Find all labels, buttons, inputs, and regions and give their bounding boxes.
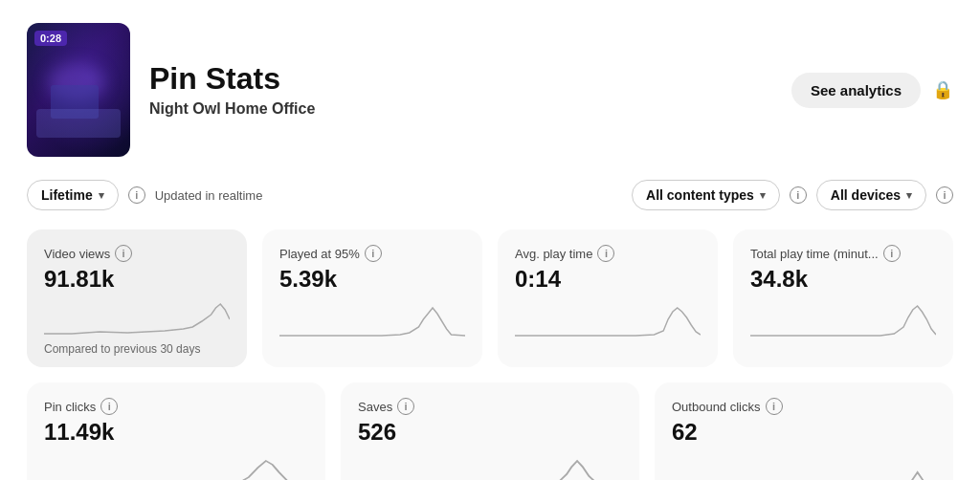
pin-thumbnail[interactable]: 0:28: [27, 23, 130, 157]
stat-label-b0: Pin clicks: [44, 400, 96, 414]
stat-label-row-2: Avg. play time i: [515, 245, 701, 262]
stat-label-row-1: Played at 95% i: [279, 245, 465, 262]
stats-grid-bottom: Pin clicks i 11.49k Saves i 526: [27, 382, 953, 480]
stat-label-0: Video views: [44, 247, 110, 261]
stat-value-0: 91.81k: [44, 266, 230, 293]
stat-value-b2: 62: [672, 419, 936, 446]
stat-info-icon-b0[interactable]: i: [100, 398, 118, 415]
stat-card-avg-play-time: Avg. play time i 0:14: [498, 229, 718, 367]
lifetime-dropdown[interactable]: Lifetime ▾: [27, 180, 119, 210]
sparkline-b1: [358, 453, 622, 480]
content-types-info-icon[interactable]: i: [790, 186, 807, 204]
chevron-down-icon-3: ▾: [906, 189, 912, 202]
stat-label-row-0: Video views i: [44, 245, 230, 262]
stat-info-icon-1[interactable]: i: [365, 245, 382, 262]
sparkline-1: [279, 300, 465, 338]
stat-info-icon-0[interactable]: i: [115, 245, 132, 262]
header-right: See analytics 🔒: [791, 73, 953, 108]
stat-label-row-3: Total play time (minut... i: [750, 245, 936, 262]
stat-label-3: Total play time (minut...: [750, 247, 879, 261]
stat-value-b0: 11.49k: [44, 419, 308, 446]
controls-left: Lifetime ▾ i Updated in realtime: [27, 180, 262, 210]
stat-label-2: Avg. play time: [515, 247, 592, 261]
pin-name: Night Owl Home Office: [149, 100, 315, 118]
sparkline-b2: [672, 453, 936, 480]
stat-value-b1: 526: [358, 419, 622, 446]
stat-label-row-b1: Saves i: [358, 398, 622, 415]
page-container: 0:28 Pin Stats Night Owl Home Office See…: [0, 0, 980, 480]
sparkline-3: [750, 300, 936, 338]
devices-label: All devices: [831, 187, 901, 203]
stat-label-1: Played at 95%: [279, 247, 360, 261]
stat-label-b1: Saves: [358, 400, 392, 414]
devices-dropdown[interactable]: All devices ▾: [816, 180, 926, 210]
header-left: 0:28 Pin Stats Night Owl Home Office: [27, 23, 315, 157]
stat-info-icon-2[interactable]: i: [597, 245, 614, 262]
stat-comparison-0: Compared to previous 30 days: [44, 342, 230, 356]
see-analytics-button[interactable]: See analytics: [791, 73, 921, 108]
stat-label-b2: Outbound clicks: [672, 400, 761, 414]
stat-card-played-95: Played at 95% i 5.39k: [262, 229, 482, 367]
controls-right: All content types ▾ i All devices ▾ i: [632, 180, 953, 210]
stat-card-total-play-time: Total play time (minut... i 34.8k: [733, 229, 953, 367]
stat-label-row-b0: Pin clicks i: [44, 398, 308, 415]
controls-row: Lifetime ▾ i Updated in realtime All con…: [27, 180, 953, 210]
chevron-down-icon: ▾: [99, 189, 104, 202]
stat-info-icon-3[interactable]: i: [883, 245, 901, 262]
stat-label-row-b2: Outbound clicks i: [672, 398, 936, 415]
duration-badge: 0:28: [34, 31, 67, 46]
chevron-down-icon-2: ▾: [760, 189, 766, 202]
stat-card-outbound-clicks: Outbound clicks i 62: [655, 382, 953, 480]
header: 0:28 Pin Stats Night Owl Home Office See…: [27, 23, 953, 157]
stat-card-video-views: Video views i 91.81k Compared to previou…: [27, 229, 247, 367]
stat-value-3: 34.8k: [750, 266, 936, 293]
stat-card-saves: Saves i 526: [341, 382, 639, 480]
lifetime-label: Lifetime: [41, 187, 93, 203]
title-block: Pin Stats Night Owl Home Office: [149, 62, 315, 117]
content-types-label: All content types: [646, 187, 754, 203]
stat-info-icon-b2[interactable]: i: [766, 398, 783, 415]
realtime-label: Updated in realtime: [155, 188, 263, 203]
page-title: Pin Stats: [149, 62, 315, 96]
devices-info-icon[interactable]: i: [936, 186, 953, 204]
lifetime-info-icon[interactable]: i: [128, 186, 145, 204]
stats-grid-top: Video views i 91.81k Compared to previou…: [27, 229, 953, 367]
sparkline-2: [515, 300, 701, 338]
lock-icon: 🔒: [932, 79, 953, 100]
stat-value-2: 0:14: [515, 266, 701, 293]
stat-card-pin-clicks: Pin clicks i 11.49k: [27, 382, 325, 480]
stat-info-icon-b1[interactable]: i: [397, 398, 414, 415]
sparkline-b0: [44, 453, 308, 480]
content-types-dropdown[interactable]: All content types ▾: [632, 180, 780, 210]
stat-value-1: 5.39k: [279, 266, 465, 293]
sparkline-0: [44, 300, 230, 338]
